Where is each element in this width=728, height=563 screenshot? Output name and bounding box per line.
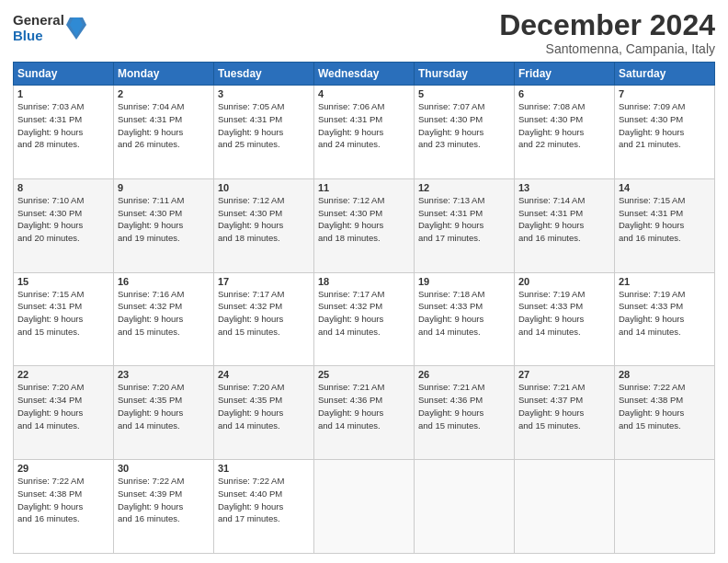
day-info: Sunrise: 7:03 AM Sunset: 4:31 PM Dayligh… bbox=[17, 100, 109, 151]
day-info: Sunrise: 7:04 AM Sunset: 4:31 PM Dayligh… bbox=[118, 100, 210, 151]
table-row: 19Sunrise: 7:18 AM Sunset: 4:33 PM Dayli… bbox=[415, 272, 515, 366]
table-row: 4Sunrise: 7:06 AM Sunset: 4:31 PM Daylig… bbox=[314, 86, 415, 179]
day-info: Sunrise: 7:22 AM Sunset: 4:39 PM Dayligh… bbox=[118, 475, 210, 525]
day-info: Sunrise: 7:20 AM Sunset: 4:35 PM Dayligh… bbox=[218, 381, 310, 431]
day-number: 12 bbox=[418, 182, 510, 193]
day-info: Sunrise: 7:19 AM Sunset: 4:33 PM Dayligh… bbox=[518, 288, 610, 339]
day-info: Sunrise: 7:14 AM Sunset: 4:31 PM Dayligh… bbox=[518, 194, 610, 245]
day-number: 21 bbox=[619, 276, 711, 287]
day-info: Sunrise: 7:21 AM Sunset: 4:36 PM Dayligh… bbox=[418, 381, 510, 431]
table-row: 24Sunrise: 7:20 AM Sunset: 4:35 PM Dayli… bbox=[214, 366, 314, 460]
day-info: Sunrise: 7:07 AM Sunset: 4:30 PM Dayligh… bbox=[418, 100, 510, 151]
table-row: 17Sunrise: 7:17 AM Sunset: 4:32 PM Dayli… bbox=[214, 272, 314, 366]
table-row: 29Sunrise: 7:22 AM Sunset: 4:38 PM Dayli… bbox=[14, 460, 114, 554]
day-number: 6 bbox=[518, 88, 610, 99]
day-number: 27 bbox=[518, 369, 610, 380]
day-info: Sunrise: 7:13 AM Sunset: 4:31 PM Dayligh… bbox=[418, 194, 510, 245]
day-info: Sunrise: 7:08 AM Sunset: 4:30 PM Dayligh… bbox=[518, 100, 610, 151]
title-block: December 2024 Santomenna, Campania, Ital… bbox=[499, 9, 715, 56]
day-number: 10 bbox=[218, 182, 310, 193]
day-number: 15 bbox=[17, 276, 109, 287]
day-info: Sunrise: 7:20 AM Sunset: 4:34 PM Dayligh… bbox=[17, 381, 109, 431]
day-number: 24 bbox=[218, 369, 310, 380]
day-number: 2 bbox=[118, 88, 210, 99]
table-row: 23Sunrise: 7:20 AM Sunset: 4:35 PM Dayli… bbox=[114, 366, 214, 460]
day-number: 20 bbox=[518, 276, 610, 287]
day-number: 30 bbox=[118, 463, 210, 474]
day-info: Sunrise: 7:16 AM Sunset: 4:32 PM Dayligh… bbox=[118, 288, 210, 339]
day-info: Sunrise: 7:15 AM Sunset: 4:31 PM Dayligh… bbox=[619, 194, 711, 245]
table-row: 10Sunrise: 7:12 AM Sunset: 4:30 PM Dayli… bbox=[214, 178, 314, 272]
table-row: 21Sunrise: 7:19 AM Sunset: 4:33 PM Dayli… bbox=[615, 272, 715, 366]
table-row: 13Sunrise: 7:14 AM Sunset: 4:31 PM Dayli… bbox=[515, 178, 615, 272]
col-wednesday: Wednesday bbox=[314, 63, 415, 86]
logo: General Blue bbox=[13, 13, 86, 43]
table-row: 26Sunrise: 7:21 AM Sunset: 4:36 PM Dayli… bbox=[415, 366, 515, 460]
day-number: 8 bbox=[17, 182, 109, 193]
table-row bbox=[415, 460, 515, 554]
table-row: 16Sunrise: 7:16 AM Sunset: 4:32 PM Dayli… bbox=[114, 272, 214, 366]
day-number: 9 bbox=[118, 182, 210, 193]
table-row: 25Sunrise: 7:21 AM Sunset: 4:36 PM Dayli… bbox=[314, 366, 415, 460]
col-tuesday: Tuesday bbox=[214, 63, 314, 86]
day-number: 14 bbox=[619, 182, 711, 193]
day-info: Sunrise: 7:15 AM Sunset: 4:31 PM Dayligh… bbox=[17, 288, 109, 339]
table-row: 7Sunrise: 7:09 AM Sunset: 4:30 PM Daylig… bbox=[615, 86, 715, 179]
day-info: Sunrise: 7:17 AM Sunset: 4:32 PM Dayligh… bbox=[218, 288, 310, 339]
week-row-0: 1Sunrise: 7:03 AM Sunset: 4:31 PM Daylig… bbox=[14, 86, 715, 179]
col-thursday: Thursday bbox=[415, 63, 515, 86]
day-number: 13 bbox=[518, 182, 610, 193]
day-number: 26 bbox=[418, 369, 510, 380]
day-number: 17 bbox=[218, 276, 310, 287]
day-info: Sunrise: 7:12 AM Sunset: 4:30 PM Dayligh… bbox=[218, 194, 310, 245]
day-info: Sunrise: 7:22 AM Sunset: 4:40 PM Dayligh… bbox=[218, 475, 310, 525]
day-number: 28 bbox=[619, 369, 711, 380]
table-row: 3Sunrise: 7:05 AM Sunset: 4:31 PM Daylig… bbox=[214, 86, 314, 179]
day-number: 4 bbox=[318, 88, 410, 99]
table-row: 30Sunrise: 7:22 AM Sunset: 4:39 PM Dayli… bbox=[114, 460, 214, 554]
header: General Blue December 2024 Santomenna, C… bbox=[13, 9, 715, 56]
calendar-table: Sunday Monday Tuesday Wednesday Thursday… bbox=[13, 62, 715, 554]
day-info: Sunrise: 7:21 AM Sunset: 4:36 PM Dayligh… bbox=[318, 381, 410, 431]
col-saturday: Saturday bbox=[615, 63, 715, 86]
day-number: 29 bbox=[17, 463, 109, 474]
table-row bbox=[314, 460, 415, 554]
table-row: 12Sunrise: 7:13 AM Sunset: 4:31 PM Dayli… bbox=[415, 178, 515, 272]
week-row-1: 8Sunrise: 7:10 AM Sunset: 4:30 PM Daylig… bbox=[14, 178, 715, 272]
day-info: Sunrise: 7:12 AM Sunset: 4:30 PM Dayligh… bbox=[318, 194, 410, 245]
day-info: Sunrise: 7:22 AM Sunset: 4:38 PM Dayligh… bbox=[619, 381, 711, 431]
day-info: Sunrise: 7:05 AM Sunset: 4:31 PM Dayligh… bbox=[218, 100, 310, 151]
day-info: Sunrise: 7:06 AM Sunset: 4:31 PM Dayligh… bbox=[318, 100, 410, 151]
header-row: Sunday Monday Tuesday Wednesday Thursday… bbox=[14, 63, 715, 86]
location: Santomenna, Campania, Italy bbox=[499, 41, 715, 56]
col-monday: Monday bbox=[114, 63, 214, 86]
table-row: 6Sunrise: 7:08 AM Sunset: 4:30 PM Daylig… bbox=[515, 86, 615, 179]
table-row: 9Sunrise: 7:11 AM Sunset: 4:30 PM Daylig… bbox=[114, 178, 214, 272]
day-number: 1 bbox=[17, 88, 109, 99]
table-row: 11Sunrise: 7:12 AM Sunset: 4:30 PM Dayli… bbox=[314, 178, 415, 272]
month-title: December 2024 bbox=[499, 9, 715, 41]
day-number: 31 bbox=[218, 463, 310, 474]
page: General Blue December 2024 Santomenna, C… bbox=[0, 0, 728, 563]
day-number: 22 bbox=[17, 369, 109, 380]
week-row-2: 15Sunrise: 7:15 AM Sunset: 4:31 PM Dayli… bbox=[14, 272, 715, 366]
week-row-3: 22Sunrise: 7:20 AM Sunset: 4:34 PM Dayli… bbox=[14, 366, 715, 460]
day-number: 7 bbox=[619, 88, 711, 99]
table-row: 31Sunrise: 7:22 AM Sunset: 4:40 PM Dayli… bbox=[214, 460, 314, 554]
table-row: 14Sunrise: 7:15 AM Sunset: 4:31 PM Dayli… bbox=[615, 178, 715, 272]
table-row: 27Sunrise: 7:21 AM Sunset: 4:37 PM Dayli… bbox=[515, 366, 615, 460]
week-row-4: 29Sunrise: 7:22 AM Sunset: 4:38 PM Dayli… bbox=[14, 460, 715, 554]
table-row: 15Sunrise: 7:15 AM Sunset: 4:31 PM Dayli… bbox=[14, 272, 114, 366]
table-row: 8Sunrise: 7:10 AM Sunset: 4:30 PM Daylig… bbox=[14, 178, 114, 272]
table-row bbox=[615, 460, 715, 554]
table-row: 18Sunrise: 7:17 AM Sunset: 4:32 PM Dayli… bbox=[314, 272, 415, 366]
table-row bbox=[515, 460, 615, 554]
day-number: 18 bbox=[318, 276, 410, 287]
logo-text: General Blue bbox=[13, 13, 64, 43]
table-row: 20Sunrise: 7:19 AM Sunset: 4:33 PM Dayli… bbox=[515, 272, 615, 366]
day-number: 3 bbox=[218, 88, 310, 99]
day-info: Sunrise: 7:17 AM Sunset: 4:32 PM Dayligh… bbox=[318, 288, 410, 339]
day-number: 23 bbox=[118, 369, 210, 380]
day-info: Sunrise: 7:21 AM Sunset: 4:37 PM Dayligh… bbox=[518, 381, 610, 431]
day-info: Sunrise: 7:22 AM Sunset: 4:38 PM Dayligh… bbox=[17, 475, 109, 525]
